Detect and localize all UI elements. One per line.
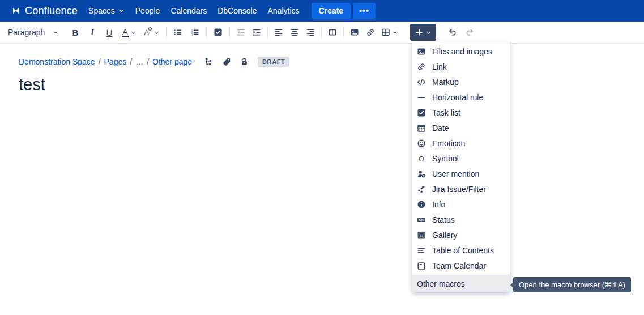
- numbered-list-button[interactable]: 123: [186, 24, 203, 41]
- breadcrumb-space-link[interactable]: Demonstration Space: [19, 57, 95, 66]
- menu-item[interactable]: Link: [412, 59, 510, 74]
- chevron-down-icon: [130, 29, 137, 36]
- menu-item[interactable]: Ω Symbol: [412, 151, 510, 166]
- page-layout-button[interactable]: [325, 24, 340, 41]
- breadcrumb-ellipsis[interactable]: …: [135, 57, 143, 66]
- toolbar-divider: [343, 27, 344, 38]
- menu-item[interactable]: Emoticon: [412, 135, 510, 151]
- outdent-icon: [236, 28, 245, 37]
- breadcrumb-pages-link[interactable]: Pages: [104, 57, 127, 66]
- toolbar-divider: [267, 27, 268, 38]
- indent-button[interactable]: [249, 24, 265, 41]
- chevron-down-icon: [153, 29, 160, 36]
- toc-icon: [417, 246, 426, 255]
- insert-menu-list: Files and images Link Markup Horizontal …: [412, 44, 510, 273]
- nav-item-dbconsole[interactable]: DbConsole: [217, 6, 257, 15]
- italic-button[interactable]: I: [84, 24, 101, 41]
- menu-item[interactable]: User mention: [412, 166, 510, 181]
- breadcrumb-page-link[interactable]: Other page: [152, 57, 192, 66]
- menu-item[interactable]: Jira Issue/Filter: [412, 181, 510, 197]
- insert-table-button[interactable]: [378, 24, 401, 41]
- insert-link-button[interactable]: [362, 24, 378, 41]
- confluence-editor-screen: Confluence Spaces People Calendars DbCon…: [0, 0, 644, 315]
- user-mention-icon: [417, 169, 426, 178]
- menu-item[interactable]: Horizontal rule: [412, 90, 510, 105]
- nav-more-button[interactable]: •••: [353, 3, 376, 19]
- redo-button[interactable]: [461, 24, 478, 41]
- page-layout-icon: [328, 28, 337, 37]
- insert-dropdown-menu: Files and images Link Markup Horizontal …: [412, 41, 510, 292]
- menu-item[interactable]: Team Calendar: [412, 258, 510, 273]
- menu-item[interactable]: Markup: [412, 74, 510, 90]
- macro-browser-tooltip: Open the macro browser (⌘⇧A): [513, 277, 631, 292]
- chevron-down-icon: [425, 29, 432, 36]
- page-title[interactable]: test: [19, 75, 45, 94]
- insert-more-content-button[interactable]: [410, 24, 436, 41]
- menu-item[interactable]: Files and images: [412, 44, 510, 59]
- align-right-icon: [306, 28, 315, 37]
- chevron-down-icon: [53, 29, 59, 36]
- indent-icon: [252, 28, 261, 37]
- markup-icon: [417, 78, 426, 87]
- underline-button[interactable]: U: [101, 24, 118, 41]
- svg-text:Ω: Ω: [419, 154, 424, 163]
- top-nav-bar: Confluence Spaces People Calendars DbCon…: [0, 0, 644, 22]
- create-button[interactable]: Create: [312, 3, 351, 19]
- breadcrumb: Demonstration Space / Pages / … / Other …: [19, 57, 289, 67]
- info-icon: [417, 200, 426, 209]
- chevron-down-icon: [118, 7, 125, 14]
- status-icon: ABC: [417, 215, 426, 224]
- undo-icon: [448, 28, 457, 37]
- toolbar-divider: [206, 27, 207, 38]
- text-color-button[interactable]: A: [118, 24, 140, 41]
- label-tag-icon[interactable]: [222, 57, 231, 66]
- align-right-button[interactable]: [302, 24, 318, 41]
- unlock-icon[interactable]: [240, 57, 249, 66]
- bullet-list-button[interactable]: [169, 24, 186, 41]
- link-icon: [366, 28, 375, 37]
- svg-text:3: 3: [191, 33, 193, 36]
- page-meta-icons: [204, 57, 249, 66]
- menu-item[interactable]: Task list: [412, 105, 510, 120]
- logo-text: Confluence: [25, 5, 78, 17]
- nav-item-analytics[interactable]: Analytics: [267, 6, 299, 15]
- symbol-icon: Ω: [417, 154, 426, 163]
- menu-item-other-macros[interactable]: Other macros: [412, 275, 510, 292]
- bullet-list-icon: [173, 28, 182, 37]
- image-icon: [417, 47, 426, 56]
- editor-toolbar: Paragraph B I U A A 123: [0, 22, 644, 44]
- menu-item[interactable]: Info: [412, 197, 510, 212]
- nav-item-people[interactable]: People: [135, 6, 160, 15]
- insert-image-button[interactable]: [347, 24, 362, 41]
- menu-item[interactable]: ABC Status: [412, 212, 510, 227]
- menu-item[interactable]: Gallery: [412, 227, 510, 242]
- task-list-button[interactable]: [210, 24, 227, 41]
- align-left-button[interactable]: [271, 24, 287, 41]
- superscript-ring-icon: [148, 27, 152, 31]
- undo-button[interactable]: [444, 24, 461, 41]
- gallery-icon: [417, 231, 426, 240]
- page-tree-icon[interactable]: [204, 57, 214, 66]
- link-icon: [417, 62, 426, 71]
- numbered-list-icon: 123: [190, 28, 199, 37]
- outdent-button[interactable]: [233, 24, 249, 41]
- jira-icon: [417, 185, 426, 194]
- nav-items: Spaces People Calendars DbConsole Analyt…: [88, 6, 299, 15]
- draft-status-badge: DRAFT: [258, 57, 289, 67]
- date-icon: [417, 124, 426, 133]
- menu-item[interactable]: Table of Contents: [412, 242, 510, 258]
- toolbar-divider: [229, 27, 230, 38]
- bold-button[interactable]: B: [67, 24, 84, 41]
- toolbar-divider: [166, 27, 167, 38]
- plus-icon: [415, 28, 423, 36]
- align-center-button[interactable]: [287, 24, 302, 41]
- more-formatting-button[interactable]: A: [140, 24, 163, 41]
- menu-item[interactable]: Date: [412, 120, 510, 135]
- task-list-icon: [214, 28, 223, 37]
- paragraph-style-dropdown[interactable]: Paragraph: [7, 24, 60, 41]
- confluence-logo[interactable]: Confluence: [11, 5, 78, 17]
- nav-item-spaces[interactable]: Spaces: [88, 6, 125, 15]
- nav-item-calendars[interactable]: Calendars: [170, 6, 207, 15]
- chevron-down-icon: [392, 29, 398, 36]
- emoticon-icon: [417, 139, 426, 148]
